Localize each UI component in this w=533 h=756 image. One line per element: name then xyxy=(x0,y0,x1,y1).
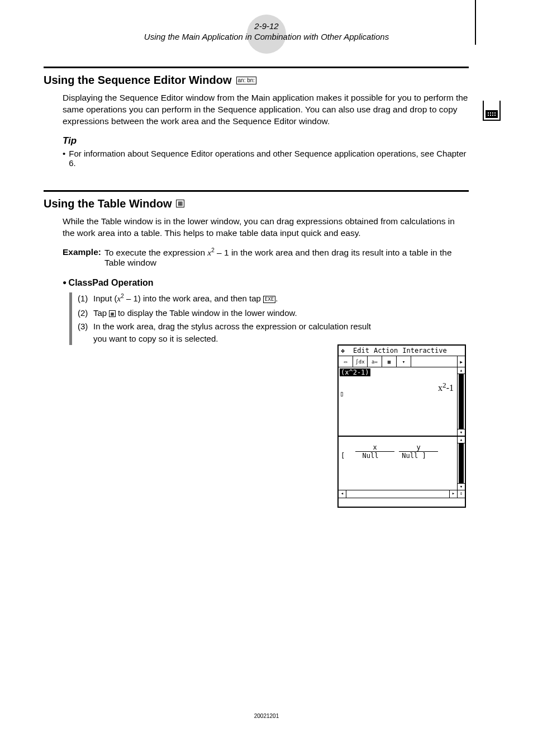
calculator-icon xyxy=(483,101,501,121)
tip-bullet: • For information about Sequence Editor … xyxy=(63,149,469,168)
app-menu-icon[interactable]: ❖ xyxy=(341,347,349,353)
steps-block: (1) Input (x2 – 1) into the work area, a… xyxy=(69,292,374,345)
table-scroll-down[interactable]: ▾ xyxy=(458,483,465,490)
table-window-body: While the Table window is in the lower w… xyxy=(63,216,469,239)
table-scroll-up[interactable]: ▴ xyxy=(458,437,465,443)
resize-handle[interactable]: ⇕ xyxy=(457,490,465,498)
work-scrollbar[interactable] xyxy=(459,374,464,429)
table-header-x[interactable]: x xyxy=(355,443,394,452)
toolbar-btn-4[interactable]: ▦ xyxy=(382,356,397,367)
menu-action[interactable]: Action xyxy=(374,347,398,355)
toolbar-btn-3[interactable]: a= xyxy=(368,356,382,367)
classpad-operation-heading: ClassPad Operation xyxy=(63,278,469,288)
hscroll-right[interactable]: ▸ xyxy=(449,490,457,498)
sequence-editor-icon: an: bn: xyxy=(236,77,257,84)
heading-sequence-editor: Using the Sequence Editor Window an: bn: xyxy=(44,74,469,87)
sequence-editor-body: Displaying the Sequence Editor window fr… xyxy=(63,92,469,127)
table-window-icon: ▦ xyxy=(176,200,184,207)
menu-edit[interactable]: Edit xyxy=(353,347,369,355)
menu-interactive[interactable]: Interactive xyxy=(402,347,446,355)
table-area[interactable]: x y [ Null Null ▴ ▾ xyxy=(339,437,465,490)
calc-result[interactable]: x2-1 xyxy=(438,381,454,393)
table-cell-y[interactable]: Null xyxy=(394,452,434,460)
table-icon: ▦ xyxy=(109,310,115,318)
toolbar-btn-2[interactable]: ∫dx xyxy=(353,356,368,367)
toolbar-btn-dropdown[interactable]: ▾ xyxy=(397,356,411,367)
example-block: Example: To execute the expression x2 – … xyxy=(63,247,469,268)
toolbar-more[interactable]: ▸ xyxy=(457,356,465,367)
table-row-marker: [ xyxy=(341,452,349,460)
page-number: 2-9-12 xyxy=(0,21,533,31)
page-subtitle: Using the Main Application in Combinatio… xyxy=(0,32,533,41)
work-area[interactable]: (x^2-1) x2-1 ▯ ▴ ▾ xyxy=(339,367,465,437)
table-cell-x[interactable]: Null xyxy=(351,452,390,460)
heading-table-window: Using the Table Window ▦ xyxy=(44,197,469,210)
toolbar-btn-1[interactable]: ▭ xyxy=(339,356,353,367)
hscroll-track[interactable] xyxy=(346,490,449,498)
cursor: ▯ xyxy=(340,390,344,398)
status-bar xyxy=(339,498,465,507)
table-scrollbar[interactable] xyxy=(459,443,464,483)
work-scroll-down[interactable]: ▾ xyxy=(458,429,465,436)
toolbar: ▭ ∫dx a= ▦ ▾ ▸ xyxy=(339,356,465,367)
hscroll-left[interactable]: ◂ xyxy=(339,490,346,498)
exe-icon: EXE xyxy=(263,296,275,303)
work-scroll-up[interactable]: ▴ xyxy=(458,367,465,374)
tip-heading: Tip xyxy=(63,135,469,147)
device-screenshot: ❖ Edit Action Interactive ▭ ∫dx a= ▦ ▾ ▸… xyxy=(337,344,466,508)
footer-code: 20021201 xyxy=(0,713,533,719)
table-header-y[interactable]: y xyxy=(399,443,438,452)
selected-expression[interactable]: (x^2-1) xyxy=(340,368,370,376)
